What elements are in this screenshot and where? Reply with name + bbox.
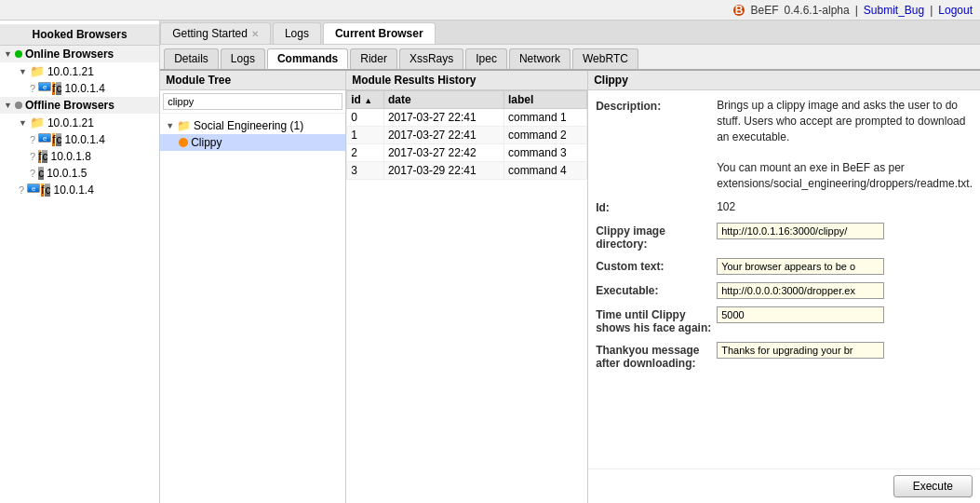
online-ip-1021: 10.0.1.21 (47, 65, 94, 78)
bicon-ff2: f (38, 150, 41, 163)
tab-current-browser-label: Current Browser (335, 27, 423, 40)
folder-icon: 📁 (30, 64, 45, 78)
tab-commands[interactable]: Commands (267, 48, 348, 69)
sidebar-title: Hooked Browsers (0, 24, 159, 46)
module-item-clippy-label: Clippy (191, 136, 222, 149)
module-search-input[interactable] (163, 93, 342, 110)
bicon-c4: c (45, 184, 50, 197)
folder-icon-sm: 📁 (177, 119, 191, 132)
browser-icons-2: e f c (38, 133, 61, 146)
tab-getting-started-label: Getting Started (172, 27, 248, 40)
online-triangle: ▼ (4, 49, 12, 59)
module-tree-panel: Module Tree ▼ 📁 Social Engineering (1) C… (160, 71, 346, 503)
col-label-label: label (508, 93, 533, 106)
table-row[interactable]: 1 2017-03-27 22:41 command 2 (347, 127, 587, 144)
bicon-c2: c (42, 150, 47, 163)
orange-dot-icon (179, 138, 188, 147)
tab-network[interactable]: Network (509, 48, 571, 69)
tab-webrtc-label: WebRTC (583, 52, 628, 65)
offline-browser-1015[interactable]: ? c 10.0.1.5 (0, 165, 159, 182)
execute-button[interactable]: Execute (893, 475, 973, 497)
custom-text-row: Custom text: (596, 258, 973, 275)
second-tab-bar: Details Logs Commands Rider XssRays Ipec… (160, 45, 980, 71)
custom-text-value (717, 258, 973, 275)
tab-current-browser[interactable]: Current Browser (323, 22, 436, 44)
time-input[interactable] (717, 306, 884, 323)
online-browser-1014[interactable]: ? e f c 10.0.1.4 (0, 80, 159, 97)
q-icon-4: ? (19, 184, 24, 196)
q-icon-3: ? (30, 168, 35, 179)
q-icon-1: ? (30, 134, 35, 145)
close-icon-getting-started[interactable]: ✕ (251, 29, 259, 39)
offline-dot (15, 102, 22, 109)
browser-icons: e f c (38, 82, 61, 95)
offline-section[interactable]: ▼ Offline Browsers (0, 97, 159, 114)
submit-bug-link[interactable]: Submit_Bug (864, 4, 924, 17)
online-group-1021[interactable]: ▼ 📁 10.0.1.21 (0, 62, 159, 80)
logout-link[interactable]: Logout (938, 4, 973, 17)
bicon-ie2: e (27, 184, 40, 193)
table-row[interactable]: 3 2017-03-29 22:41 command 4 (347, 162, 587, 180)
cell-id: 0 (347, 109, 384, 127)
results-history-panel: Module Results History id ▲ date (346, 71, 588, 503)
module-item-clippy[interactable]: Clippy (160, 134, 345, 151)
offline-triangle: ▼ (4, 101, 12, 110)
online-section[interactable]: ▼ Online Browsers (0, 46, 159, 62)
sort-arrow-icon: ▲ (364, 96, 372, 105)
results-tbody: 0 2017-03-27 22:41 command 1 1 2017-03-2… (347, 109, 587, 180)
tab-logs-second-label: Logs (231, 52, 255, 65)
col-id[interactable]: id ▲ (347, 91, 384, 109)
bicon-ff3: f (41, 184, 44, 197)
bicon-ff: f (52, 133, 55, 146)
bicon-c3: c (38, 167, 44, 180)
tab-xssrays[interactable]: XssRays (399, 48, 463, 69)
bicon-c: c (56, 133, 61, 146)
custom-text-input[interactable] (717, 258, 884, 275)
cell-id: 1 (347, 127, 384, 144)
cell-label: command 1 (503, 109, 586, 127)
clippy-image-input[interactable] (717, 223, 884, 239)
tab-getting-started[interactable]: Getting Started ✕ (160, 22, 271, 44)
tab-logs-second[interactable]: Logs (221, 48, 265, 69)
tab-xssrays-label: XssRays (409, 52, 453, 65)
sep2: | (930, 4, 933, 17)
svg-text:B: B (734, 4, 743, 17)
description-value: Brings up a clippy image and asks the us… (717, 98, 973, 192)
offline-browser-1014b[interactable]: ? e f c 10.0.1.4 (0, 182, 159, 198)
thankyou-input[interactable] (717, 342, 884, 359)
topbar: B BeEF 0.4.6.1-alpha | Submit_Bug | Logo… (0, 0, 980, 20)
clippy-details-panel: Clippy Description: Brings up a clippy i… (588, 71, 980, 503)
executable-input[interactable] (717, 282, 884, 299)
tab-details[interactable]: Details (164, 48, 219, 69)
col-date-label: date (388, 93, 411, 106)
offline-group-1021[interactable]: ▼ 📁 10.0.1.21 (0, 114, 159, 131)
col-label[interactable]: label (503, 91, 586, 109)
col-date[interactable]: date (383, 91, 503, 109)
offline-browser-1014[interactable]: ? e f c 10.0.1.4 (0, 131, 159, 148)
offline-ip-1014: 10.0.1.4 (64, 133, 104, 146)
execute-row: Execute (588, 469, 980, 503)
time-value (717, 306, 973, 323)
table-row[interactable]: 2 2017-03-27 22:42 command 3 (347, 144, 587, 162)
module-folder-social-engineering[interactable]: ▼ 📁 Social Engineering (1) (160, 117, 345, 134)
app-version: 0.4.6.1-alpha (785, 4, 850, 17)
cell-date: 2017-03-27 22:41 (383, 127, 503, 144)
clippy-image-label: Clippy image directory: (596, 223, 717, 251)
tab-rider[interactable]: Rider (350, 48, 397, 69)
clippy-header: Clippy (588, 71, 980, 90)
table-row[interactable]: 0 2017-03-27 22:41 command 1 (347, 109, 587, 127)
tab-commands-label: Commands (277, 52, 338, 65)
cell-date: 2017-03-27 22:42 (383, 144, 503, 162)
tab-webrtc[interactable]: WebRTC (572, 48, 638, 69)
browser-icon-ie: e (38, 82, 51, 91)
offline-browser-1018[interactable]: ? f c 10.0.1.8 (0, 148, 159, 165)
tab-ipec[interactable]: Ipec (465, 48, 507, 69)
q-icon-2: ? (30, 151, 35, 162)
results-header: Module Results History (346, 71, 587, 90)
cell-label: command 4 (503, 162, 586, 180)
folder-icon-offline: 📁 (30, 116, 45, 129)
cell-label: command 2 (503, 127, 586, 144)
tab-logs[interactable]: Logs (273, 22, 321, 44)
offline-ip-1014b: 10.0.1.4 (53, 184, 93, 197)
offline-section-label: Offline Browsers (25, 99, 114, 112)
